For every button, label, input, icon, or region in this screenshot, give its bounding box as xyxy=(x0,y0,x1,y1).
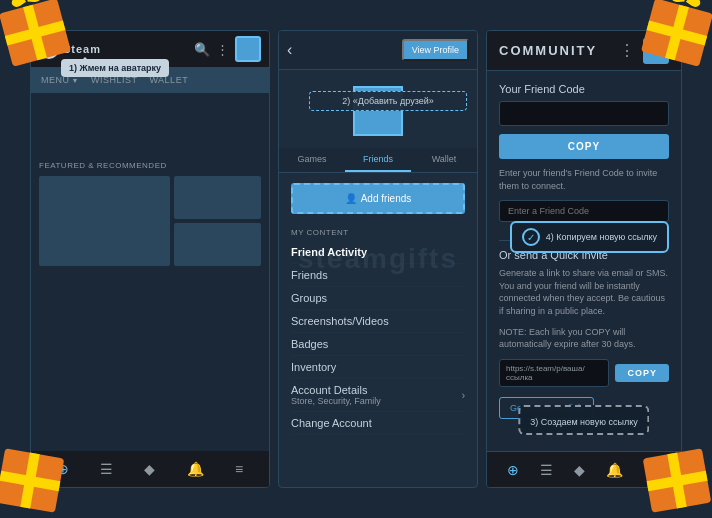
profile-popup-header: ‹ View Profile xyxy=(279,31,477,70)
quick-invite-description: Generate a link to share via email or SM… xyxy=(499,267,669,317)
community-home-icon[interactable]: ⊕ xyxy=(507,462,519,478)
account-label: Account Details xyxy=(291,384,381,396)
list-item-friends[interactable]: Friends xyxy=(291,264,465,287)
tooltip-create-link: 3) Создаем новую ссылку xyxy=(518,405,649,435)
featured-label: FEATURED & RECOMMENDED xyxy=(39,161,261,170)
tooltip-copy-link: ✓ 4) Копируем новую ссылку xyxy=(510,221,669,253)
view-profile-button[interactable]: View Profile xyxy=(402,39,469,61)
tab-wallet[interactable]: Wallet xyxy=(411,148,477,172)
library-nav-icon[interactable]: ☰ xyxy=(100,461,113,477)
community-library-icon[interactable]: ☰ xyxy=(540,462,553,478)
list-item-change-account[interactable]: Change Account xyxy=(291,412,465,435)
enter-friend-code-input[interactable] xyxy=(499,200,669,222)
check-icon: ✓ xyxy=(522,228,540,246)
tooltip-add-friends: 2) «Добавить друзей» xyxy=(309,91,467,111)
list-item-badges[interactable]: Badges xyxy=(291,333,465,356)
tab-friends[interactable]: Friends xyxy=(345,148,411,172)
list-item-friend-activity[interactable]: Friend Activity xyxy=(291,241,465,264)
tab-games[interactable]: Games xyxy=(279,148,345,172)
url-row: https://s.team/p/ваша/ссылка COPY xyxy=(499,359,669,387)
featured-image-3 xyxy=(174,223,261,266)
profile-tabs: Games Friends Wallet xyxy=(279,148,477,173)
profile-popup-panel: ‹ View Profile 2) «Добавить друзей» Game… xyxy=(278,30,478,488)
community-panel: COMMUNITY ⋮ Your Friend Code COPY Enter … xyxy=(486,30,682,488)
main-container: Steam 🔍 ⋮ MENU ▼ WISHLIST WALLET 1) Жмем xyxy=(30,30,682,488)
header-icons: 🔍 ⋮ xyxy=(194,36,261,62)
friend-code-input[interactable] xyxy=(499,101,669,126)
gift-decoration-tr xyxy=(632,0,712,80)
friend-code-title: Your Friend Code xyxy=(499,83,669,95)
chevron-right-icon: › xyxy=(462,390,465,401)
tooltip-click-avatar: 1) Жмем на аватарку xyxy=(61,59,169,77)
add-friends-button[interactable]: 👤 Add friends xyxy=(291,183,465,214)
back-button[interactable]: ‹ xyxy=(287,41,292,59)
featured-image-1 xyxy=(39,176,170,266)
avatar[interactable] xyxy=(235,36,261,62)
note-text: NOTE: Each link you COPY will automatica… xyxy=(499,326,669,351)
featured-image-2 xyxy=(174,176,261,219)
bell-nav-icon[interactable]: 🔔 xyxy=(187,461,204,477)
featured-images xyxy=(39,176,261,266)
list-item-inventory[interactable]: Inventory xyxy=(291,356,465,379)
search-icon[interactable]: 🔍 xyxy=(194,42,210,57)
community-tag-icon[interactable]: ◆ xyxy=(574,462,585,478)
gift-decoration-br xyxy=(632,438,712,518)
list-item-groups[interactable]: Groups xyxy=(291,287,465,310)
invite-description: Enter your friend's Friend Code to invit… xyxy=(499,167,669,192)
community-title: COMMUNITY xyxy=(499,43,597,58)
list-item-screenshots[interactable]: Screenshots/Videos xyxy=(291,310,465,333)
steam-client-panel: Steam 🔍 ⋮ MENU ▼ WISHLIST WALLET 1) Жмем xyxy=(30,30,270,488)
list-item-account[interactable]: Account Details Store, Security, Family … xyxy=(291,379,465,412)
content-list: Friend Activity Friends Groups Screensho… xyxy=(279,241,477,435)
tag-nav-icon[interactable]: ◆ xyxy=(144,461,155,477)
menu-nav-icon-bottom[interactable]: ≡ xyxy=(235,461,243,477)
my-content-label: MY CONTENT xyxy=(279,224,477,241)
person-icon: 👤 xyxy=(345,193,357,204)
community-bell-icon[interactable]: 🔔 xyxy=(606,462,623,478)
community-content: Your Friend Code COPY Enter your friend'… xyxy=(487,71,681,431)
more-options-icon[interactable]: ⋮ xyxy=(216,42,229,57)
invite-url-text: https://s.team/p/ваша/ссылка xyxy=(499,359,609,387)
featured-section: FEATURED & RECOMMENDED xyxy=(31,153,269,274)
gift-decoration-bl xyxy=(0,438,80,518)
account-sublabel: Store, Security, Family xyxy=(291,396,381,406)
copy-url-button[interactable]: COPY xyxy=(615,364,669,382)
copy-friend-code-button[interactable]: COPY xyxy=(499,134,669,159)
